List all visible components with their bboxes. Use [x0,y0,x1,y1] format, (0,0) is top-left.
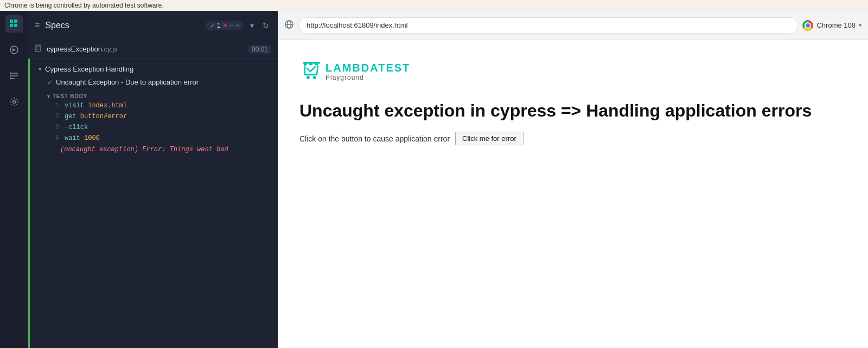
panel-header-right: ✓ 1 ✕ -- ○ ▾ ↻ [206,20,271,31]
right-panel: http://localhost:61809/index.html Chrome… [278,11,868,348]
body-label: ▾ TEST BODY [47,91,269,100]
file-duration: 00:01 [248,45,271,54]
status-dashes: -- [229,22,234,29]
svg-rect-0 [10,20,13,23]
status-x: ✕ [222,22,228,29]
menu-icon: ≡ [35,21,40,30]
code-line-3[interactable]: 3 -click [47,122,269,133]
banner-text: Chrome is being controlled by automated … [4,2,163,9]
panel-header: ≡ Specs ✓ 1 ✕ -- ○ ▾ ↻ [28,11,278,40]
chevron-down-button[interactable]: ▾ [248,20,256,31]
error-line: (uncaught exception) Error: Things went … [47,144,269,156]
svg-point-23 [313,76,316,79]
code-line-4[interactable]: 4 wait 1000 [47,133,269,144]
file-name: cypressException.cy.js [47,45,118,53]
file-row[interactable]: cypressException.cy.js 00:01 [28,40,278,59]
sidebar-icons [0,11,28,348]
svg-point-9 [10,75,11,77]
test-row[interactable]: ✓ Uncaught Exception - Due to applicatio… [30,75,278,89]
refresh-button[interactable]: ↻ [260,20,271,31]
sidebar-item-list[interactable] [5,67,23,85]
suite-chevron: ▾ [39,66,42,73]
error-text: (uncaught exception) Error: Things went … [60,146,228,153]
line-code-3: -click [65,124,88,131]
test-check-icon: ✓ [47,79,53,86]
status-count: 1 [217,22,221,29]
suite-row[interactable]: ▾ Cypress Exception Handling [30,63,278,75]
panel-header-left: ≡ Specs [35,21,69,30]
logo-lambdatest-text: LAMBDATEST [326,62,410,74]
page-heading: Uncaught exception in cypress => Handlin… [299,100,846,121]
automation-banner: Chrome is being controlled by automated … [0,0,868,11]
address-bar[interactable]: http://localhost:61809/index.html [298,17,798,34]
url-text: http://localhost:61809/index.html [307,21,407,29]
status-check: ✓ [210,22,215,29]
svg-rect-1 [14,20,17,23]
page-description: Click on the button to cause application… [299,132,846,145]
browser-name: Chrome 108 [816,21,856,29]
svg-rect-2 [10,24,13,27]
status-badge: ✓ 1 ✕ -- ○ [206,21,244,30]
svg-point-22 [307,76,310,79]
sidebar-item-grid[interactable] [5,15,23,33]
globe-icon [284,20,294,31]
panel-title: Specs [45,21,69,30]
svg-point-8 [10,73,11,74]
left-panel: ≡ Specs ✓ 1 ✕ -- ○ ▾ ↻ [28,11,278,348]
browser-info: Chrome 108 ▾ [802,20,861,31]
browser-viewport: LAMBDATEST Playground Uncaught exception… [278,40,868,348]
line-code-4: wait 1000 [65,134,100,142]
file-icon [35,44,42,54]
svg-rect-20 [309,62,312,65]
sidebar-item-settings[interactable] [5,93,23,111]
line-num-1: 1 [52,102,59,109]
line-code-2: get button#error [65,113,127,120]
test-tree: ▾ Cypress Exception Handling ✓ Uncaught … [28,59,278,348]
status-circle: ○ [235,22,239,29]
logo-playground-text: Playground [326,74,410,81]
line-num-2: 2 [52,113,59,120]
body-label-text: TEST BODY [53,93,87,99]
svg-rect-3 [14,24,17,27]
body-chevron: ▾ [47,94,50,99]
lambdatest-logo: LAMBDATEST Playground [299,57,846,85]
line-code-1: visit index.html [65,102,127,109]
svg-rect-21 [315,62,318,65]
line-num-4: 4 [52,134,59,142]
file-row-left: cypressException.cy.js [35,44,118,54]
description-text: Click on the button to cause application… [299,134,450,143]
line-num-3: 3 [52,124,59,131]
svg-rect-19 [304,62,307,65]
logo-text: LAMBDATEST Playground [326,62,410,81]
chrome-logo-icon [802,20,813,31]
code-line-1[interactable]: 1 visit index.html [47,100,269,111]
test-name: Uncaught Exception - Due to application … [56,78,199,86]
click-me-for-error-button[interactable]: Click me for error [455,132,524,145]
suite-name: Cypress Exception Handling [45,65,133,73]
browser-chrome: http://localhost:61809/index.html Chrome… [278,11,868,40]
file-extension: .cy.js [102,45,118,53]
svg-point-11 [13,101,16,104]
logo-cart-icon [299,57,323,85]
body-section: ▾ TEST BODY 1 visit index.html 2 get but… [30,89,278,158]
browser-dropdown-arrow[interactable]: ▾ [859,22,861,28]
svg-point-10 [10,78,11,80]
file-base-name: cypressException [47,45,102,53]
code-line-2[interactable]: 2 get button#error [47,111,269,122]
sidebar-item-runs[interactable] [5,41,23,59]
